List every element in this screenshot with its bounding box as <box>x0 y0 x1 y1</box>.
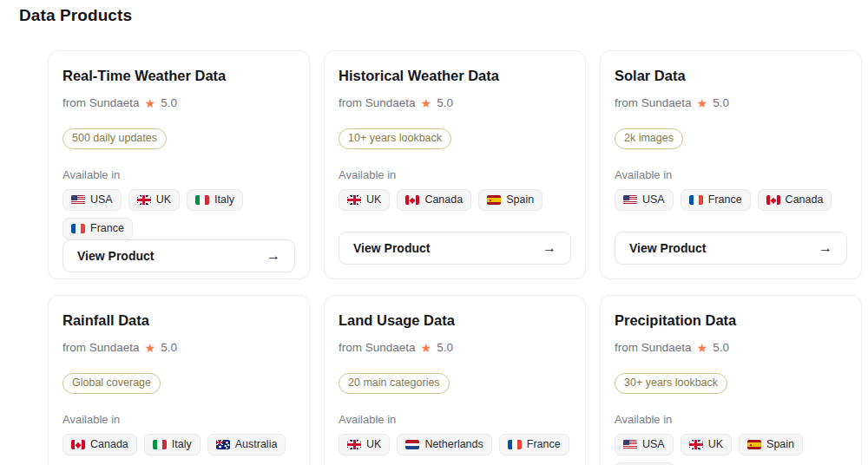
country-chip-list: USA UK Spain India <box>615 434 847 465</box>
star-icon: ★ <box>421 342 432 354</box>
country-chip-canada: Canada <box>62 434 137 455</box>
country-name: USA <box>642 193 665 206</box>
rating-value: 5.0 <box>161 340 177 355</box>
view-product-label: View Product <box>353 241 430 255</box>
feature-badge: 10+ years lookback <box>339 128 451 149</box>
product-card-land-usage: Land Usage Data from Sundaeta ★ 5.0 20 m… <box>324 295 586 465</box>
vendor-label: from Sundaeta <box>62 340 140 355</box>
country-chip-usa: USA <box>615 189 674 211</box>
flag-australia-icon <box>216 440 230 449</box>
country-chip-list: Canada Italy Australia <box>62 434 295 455</box>
country-chip-list: USA France Canada <box>615 189 847 211</box>
country-chip-usa: USA <box>615 434 674 455</box>
available-in-label: Available in <box>62 413 295 426</box>
flag-italy-icon <box>195 195 209 205</box>
product-title: Historical Weather Data <box>339 67 571 85</box>
country-name: UK <box>156 193 171 206</box>
vendor-label: from Sundaeta <box>339 340 416 355</box>
product-title: Solar Data <box>615 67 847 85</box>
feature-badge: 500 daily updates <box>62 128 167 149</box>
flag-canada-icon <box>405 195 419 205</box>
country-chip-italy: Italy <box>144 434 201 455</box>
view-product-button[interactable]: View Product → <box>339 232 571 265</box>
country-name: UK <box>366 438 381 451</box>
country-chip-italy: Italy <box>187 189 243 211</box>
country-name: Italy <box>214 193 234 206</box>
country-name: Spain <box>506 193 534 206</box>
country-chip-spain: Spain <box>478 189 542 211</box>
available-in-label: Available in <box>615 413 847 426</box>
flag-netherlands-icon <box>405 440 419 449</box>
available-in-label: Available in <box>339 168 571 181</box>
feature-badge: 30+ years lookback <box>615 373 727 394</box>
country-chip-canada: Canada <box>397 189 471 211</box>
country-chip-list: USA UK Italy France <box>62 189 295 239</box>
star-icon: ★ <box>697 97 708 109</box>
vendor-rating-row: from Sundaeta ★ 5.0 <box>339 340 571 355</box>
rating-value: 5.0 <box>437 95 453 110</box>
country-chip-uk: UK <box>339 434 390 455</box>
country-name: Australia <box>235 438 278 451</box>
country-name: USA <box>90 193 113 206</box>
country-chip-france: France <box>499 434 569 455</box>
country-chip-france: France <box>681 189 751 211</box>
flag-usa-icon <box>71 195 85 205</box>
country-chip-list: UK Netherlands France <box>339 434 571 455</box>
vendor-rating-row: from Sundaeta ★ 5.0 <box>339 95 571 110</box>
flag-uk-icon <box>347 195 361 205</box>
country-chip-france: France <box>62 218 133 239</box>
flag-usa-icon <box>623 195 637 205</box>
star-icon: ★ <box>145 97 156 109</box>
view-product-label: View Product <box>629 241 706 255</box>
available-in-label: Available in <box>62 168 295 181</box>
view-product-button[interactable]: View Product → <box>615 232 847 265</box>
country-chip-list: UK Canada Spain <box>339 189 571 211</box>
arrow-right-icon: → <box>819 240 832 256</box>
product-card-solar: Solar Data from Sundaeta ★ 5.0 2k images… <box>600 50 862 279</box>
country-name: Spain <box>766 438 794 451</box>
country-chip-canada: Canada <box>758 189 832 211</box>
star-icon: ★ <box>145 342 156 354</box>
country-chip-uk: UK <box>681 434 732 455</box>
page-title: Data Products <box>19 5 868 25</box>
country-name: Netherlands <box>424 438 483 451</box>
rating-value: 5.0 <box>437 340 453 355</box>
country-chip-spain: Spain <box>739 434 803 455</box>
product-title: Rainfall Data <box>62 311 295 330</box>
flag-france-icon <box>508 440 522 449</box>
flag-canada-icon <box>71 440 85 449</box>
arrow-right-icon: → <box>266 248 280 264</box>
country-chip-usa: USA <box>62 189 122 211</box>
vendor-rating-row: from Sundaeta ★ 5.0 <box>62 340 295 355</box>
vendor-rating-row: from Sundaeta ★ 5.0 <box>62 95 295 110</box>
product-card-rainfall: Rainfall Data from Sundaeta ★ 5.0 Global… <box>48 295 310 465</box>
rating-value: 5.0 <box>161 95 177 110</box>
vendor-label: from Sundaeta <box>62 95 140 110</box>
flag-usa-icon <box>623 440 637 449</box>
country-name: France <box>90 222 124 235</box>
country-name: UK <box>366 193 381 206</box>
country-name: France <box>708 193 742 206</box>
product-grid: Real-Time Weather Data from Sundaeta ★ 5… <box>48 50 868 465</box>
country-name: Canada <box>90 438 128 451</box>
product-card-real-time-weather: Real-Time Weather Data from Sundaeta ★ 5… <box>48 50 310 279</box>
country-name: Canada <box>786 193 824 206</box>
product-title: Precipitation Data <box>615 311 847 330</box>
flag-italy-icon <box>153 440 167 449</box>
feature-badge: 20 main categories <box>339 373 450 394</box>
flag-france-icon <box>689 195 703 205</box>
flag-uk-icon <box>137 195 151 205</box>
vendor-rating-row: from Sundaeta ★ 5.0 <box>615 340 847 355</box>
view-product-button[interactable]: View Product → <box>62 239 295 272</box>
country-name: UK <box>708 438 723 451</box>
available-in-label: Available in <box>615 168 847 181</box>
flag-france-icon <box>71 224 85 233</box>
star-icon: ★ <box>697 342 708 354</box>
vendor-rating-row: from Sundaeta ★ 5.0 <box>615 95 847 110</box>
country-name: Italy <box>172 438 192 451</box>
product-card-precipitation: Precipitation Data from Sundaeta ★ 5.0 3… <box>600 295 862 465</box>
country-chip-uk: UK <box>339 189 390 211</box>
flag-canada-icon <box>766 195 780 205</box>
rating-value: 5.0 <box>713 340 729 355</box>
vendor-label: from Sundaeta <box>615 340 692 355</box>
